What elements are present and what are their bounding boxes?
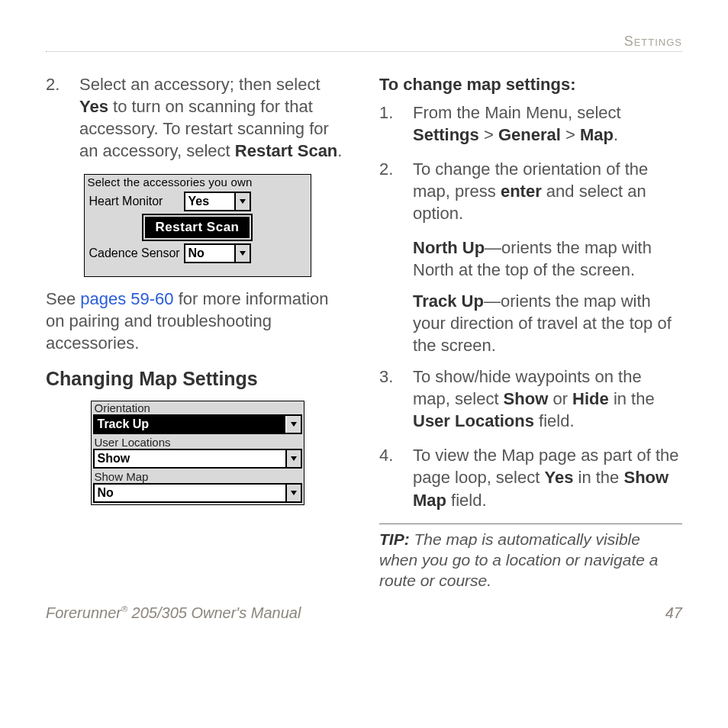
- user-locations-dropdown[interactable]: Show: [93, 449, 302, 469]
- page-footer: Forerunner® 205/305 Owner's Manual 47: [46, 604, 682, 622]
- map-show-map-label: Show Map: [92, 470, 304, 483]
- orientation-dropdown[interactable]: Track Up: [93, 414, 302, 434]
- map-step-2: 2. To change the orientation of the map,…: [379, 158, 682, 224]
- map-user-locations-label: User Locations: [92, 436, 304, 449]
- left-column: 2. Select an accessory; then select Yes …: [46, 73, 349, 591]
- map-step-1: 1. From the Main Menu, select Settings >…: [379, 101, 682, 146]
- map-orientation-label: Orientation: [92, 401, 304, 414]
- track-up-desc: Track Up—orients the map with your direc…: [413, 290, 682, 356]
- right-column: To change map settings: 1. From the Main…: [379, 73, 682, 591]
- step2-number: 2.: [46, 73, 73, 95]
- see-pages-paragraph: See pages 59-60 for more information on …: [46, 288, 349, 354]
- page-number: 47: [665, 604, 682, 622]
- device-accessories-box: Select the accessories you own Heart Mon…: [84, 174, 311, 277]
- chevron-down-icon: [285, 416, 301, 433]
- restart-scan-button[interactable]: Restart Scan: [145, 217, 250, 238]
- cadence-sensor-label: Cadence Sensor: [89, 246, 184, 260]
- chevron-down-icon: [285, 485, 301, 501]
- changing-map-settings-heading: Changing Map Settings: [46, 368, 349, 390]
- tip-label: TIP:: [379, 530, 410, 548]
- tip-text: The map is automatically visible when yo…: [379, 530, 658, 590]
- device-acc-row-heart: Heart Monitor Yes: [85, 189, 311, 214]
- step2-text: Select an accessory; then select Yes to …: [79, 75, 342, 160]
- north-up-desc: North Up—orients the map with North at t…: [413, 237, 682, 281]
- device-map-box: Orientation Track Up User Locations Show…: [91, 401, 304, 505]
- map-step-3: 3. To show/hide waypoints on the map, se…: [379, 366, 682, 432]
- chevron-down-icon: [285, 450, 301, 467]
- pages-59-60-link[interactable]: pages 59-60: [80, 289, 173, 308]
- tip-box: TIP: The map is automatically visible wh…: [379, 523, 682, 591]
- device-acc-row-cadence: Cadence Sensor No: [85, 241, 311, 266]
- step-2: 2. Select an accessory; then select Yes …: [46, 73, 349, 162]
- chevron-down-icon: [234, 245, 250, 262]
- cadence-sensor-dropdown[interactable]: No: [184, 243, 251, 263]
- running-header: Settings: [46, 34, 682, 52]
- device-acc-title: Select the accessories you own: [85, 175, 311, 189]
- footer-title: Forerunner® 205/305 Owner's Manual: [46, 604, 301, 622]
- chevron-down-icon: [234, 193, 250, 210]
- to-change-map-settings-heading: To change map settings:: [379, 73, 682, 95]
- map-step-4: 4. To view the Map page as part of the p…: [379, 444, 682, 511]
- heart-monitor-dropdown[interactable]: Yes: [184, 192, 251, 211]
- heart-monitor-label: Heart Monitor: [89, 195, 184, 208]
- show-map-dropdown[interactable]: No: [93, 483, 302, 503]
